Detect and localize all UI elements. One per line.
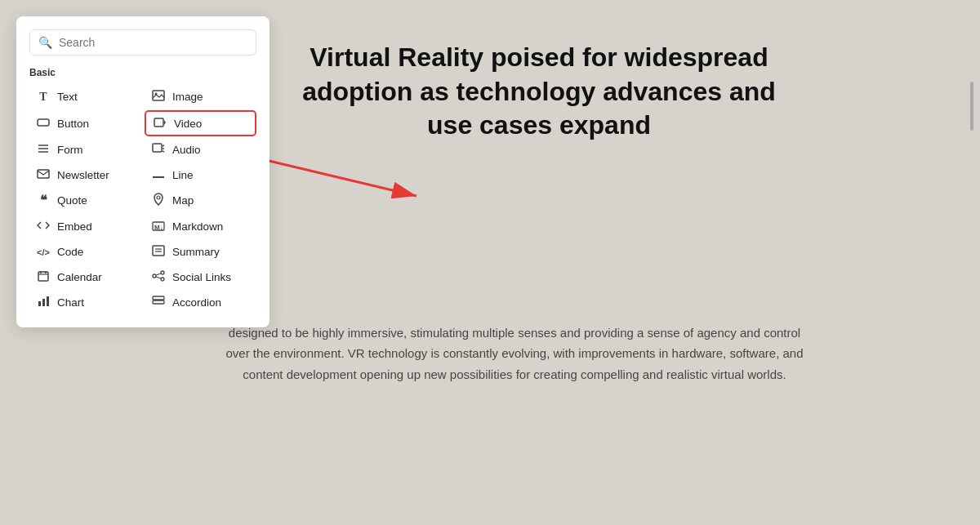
svg-rect-32 [42,299,45,306]
svg-marker-6 [164,120,166,125]
svg-rect-22 [38,272,48,281]
menu-item-chart-label: Chart [57,296,84,309]
menu-item-summary-label: Summary [172,246,220,258]
menu-item-line[interactable]: Line [145,163,256,186]
image-icon [151,90,166,104]
menu-item-map-label: Map [172,194,194,207]
svg-rect-34 [153,296,164,300]
menu-item-summary[interactable]: Summary [145,240,256,264]
menu-item-quote[interactable]: ❝ Quote [29,188,141,213]
menu-item-image[interactable]: Image [145,85,256,109]
items-grid: T Text Image Button Video Form [29,85,256,314]
audio-icon [151,143,166,157]
menu-item-markdown-label: Markdown [172,220,223,233]
svg-point-27 [161,271,164,274]
form-icon [36,143,51,157]
accordion-icon [151,296,166,309]
sidebar-panel: 🔍 Basic T Text Image Button Video [16,16,270,327]
menu-item-video[interactable]: Video [145,110,256,136]
menu-item-quote-label: Quote [57,194,87,207]
svg-point-28 [161,278,164,281]
menu-item-code-label: Code [57,246,83,258]
menu-item-embed-label: Embed [57,220,92,233]
svg-rect-31 [38,301,41,306]
map-icon [151,193,166,208]
embed-icon [36,220,51,234]
svg-line-13 [163,151,164,152]
menu-item-text[interactable]: T Text [29,85,141,109]
menu-item-embed[interactable]: Embed [29,215,141,238]
menu-item-image-label: Image [172,91,203,103]
line-icon [151,168,166,181]
search-icon: 🔍 [38,36,52,49]
newsletter-icon [36,168,51,181]
button-icon [36,117,51,130]
svg-rect-33 [47,296,49,306]
calendar-icon [36,270,51,284]
svg-line-11 [163,145,164,146]
menu-item-button-label: Button [57,118,89,130]
menu-item-calendar[interactable]: Calendar [29,265,141,289]
video-icon [153,117,167,130]
svg-point-26 [153,274,156,278]
menu-item-line-label: Line [172,169,194,181]
menu-item-social-links[interactable]: Social Links [145,265,256,289]
social-links-icon [151,270,166,284]
menu-item-markdown[interactable]: M↓ Markdown [145,215,256,238]
chart-icon [36,296,51,309]
svg-rect-35 [153,300,164,304]
search-box[interactable]: 🔍 [29,29,256,56]
page-heading: Virtual Reality poised for widespread ad… [294,41,784,143]
menu-item-text-label: Text [57,91,78,103]
menu-item-audio[interactable]: Audio [145,138,256,162]
quote-icon: ❝ [36,193,51,208]
menu-item-chart[interactable]: Chart [29,291,141,314]
menu-item-form[interactable]: Form [29,138,141,162]
text-icon: T [36,91,51,104]
search-input[interactable] [59,36,247,49]
menu-item-button[interactable]: Button [29,110,141,136]
menu-item-accordion[interactable]: Accordion [145,291,256,314]
svg-rect-10 [153,144,162,152]
menu-item-calendar-label: Calendar [57,271,102,283]
menu-item-video-label: Video [174,118,202,130]
svg-point-16 [157,196,160,199]
markdown-icon: M↓ [151,220,166,234]
menu-item-map[interactable]: Map [145,188,256,213]
menu-item-social-links-label: Social Links [172,271,231,283]
svg-rect-14 [38,170,49,178]
scrollbar[interactable] [970,82,973,131]
svg-rect-4 [38,119,49,126]
menu-item-newsletter-label: Newsletter [57,169,109,181]
code-icon: </> [36,247,51,257]
menu-item-audio-label: Audio [172,144,201,156]
page-body-text: designed to be highly immersive, stimula… [220,323,808,385]
menu-item-form-label: Form [57,144,83,156]
summary-icon [151,245,166,259]
svg-rect-5 [154,118,163,127]
menu-item-accordion-label: Accordion [172,296,221,309]
section-label: Basic [29,67,256,78]
svg-line-29 [156,274,161,275]
svg-line-30 [156,277,161,278]
menu-item-newsletter[interactable]: Newsletter [29,163,141,186]
svg-rect-19 [153,246,164,256]
svg-text:M↓: M↓ [154,224,163,231]
menu-item-code[interactable]: </> Code [29,240,141,264]
